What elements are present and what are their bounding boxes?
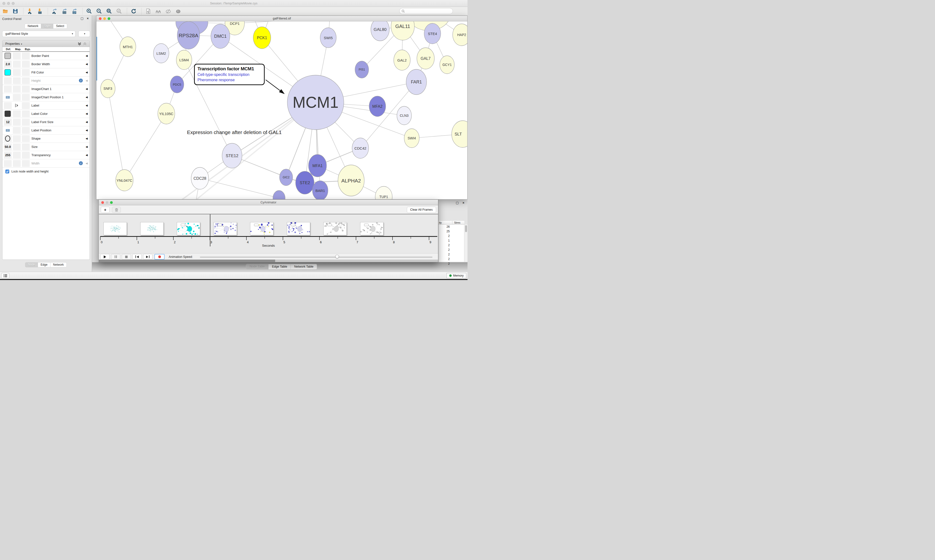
map-cell[interactable] <box>13 119 21 126</box>
def-cell[interactable]: 12 <box>4 119 12 126</box>
cyanimator-titlebar[interactable]: CyAnimator <box>99 200 438 205</box>
close-panel-icon[interactable]: × <box>462 201 464 205</box>
network-node-swi5[interactable]: SWI5 <box>320 28 336 48</box>
network-node-cln3[interactable]: CLN3 <box>397 106 412 125</box>
network-node-gcy1[interactable]: GCY1 <box>440 56 454 74</box>
annotation-link-1[interactable]: Cell-type-specific transcription <box>197 72 261 77</box>
zoom-in-button[interactable] <box>85 8 94 15</box>
network-node-swi4[interactable]: SWI4 <box>404 129 419 148</box>
zoom-selected-button[interactable] <box>115 8 123 15</box>
byp-cell[interactable] <box>22 52 30 59</box>
network-node-cdc28[interactable]: CDC28 <box>191 168 209 189</box>
network-node-snf3[interactable]: SNF3 <box>100 79 115 98</box>
map-cell[interactable] <box>13 61 21 68</box>
tab-select[interactable]: Select <box>53 24 67 29</box>
expand-row-icon[interactable]: ◀ <box>86 145 88 148</box>
show-panel-list-button[interactable] <box>1 273 9 278</box>
mcm1-annotation[interactable]: Transcription factor MCM1 Cell-type-spec… <box>194 64 265 85</box>
show-details-button[interactable] <box>174 8 183 15</box>
info-icon[interactable]: i <box>79 78 83 83</box>
expand-row-icon[interactable]: ◀ <box>86 154 88 157</box>
property-row-transparency[interactable]: 255Transparency◀ <box>2 151 89 159</box>
network-node-pdc5[interactable]: PDC5 <box>170 76 184 93</box>
search-field[interactable] <box>399 8 453 14</box>
network-node-rps28a[interactable]: RPS28A <box>177 22 200 49</box>
scrollbar-thumb[interactable] <box>99 260 275 262</box>
network-node-ste2[interactable]: STE2 <box>296 171 314 194</box>
byp-cell[interactable] <box>22 69 30 76</box>
animation-speed-slider[interactable] <box>200 257 432 258</box>
expand-row-icon[interactable]: ◀ <box>86 71 88 74</box>
map-cell[interactable] <box>13 102 21 109</box>
cyanimator-timeline[interactable]: 0123456789 Seconds <box>99 214 438 253</box>
expand-row-icon[interactable]: ◀ <box>86 63 88 66</box>
def-cell[interactable] <box>4 111 12 117</box>
scrollbar-thumb[interactable] <box>465 225 467 232</box>
network-caption[interactable]: Expression change after deletion of GAL1 <box>187 129 282 135</box>
export-table-button[interactable] <box>60 8 69 15</box>
network-node-bar1[interactable]: BAR1 <box>312 181 328 199</box>
overview-button[interactable] <box>154 8 163 15</box>
tab-node[interactable]: Node <box>25 262 38 267</box>
byp-cell[interactable] <box>22 152 30 158</box>
tab-style[interactable]: Style <box>41 24 53 29</box>
expand-row-icon[interactable]: ◀ <box>86 87 88 91</box>
network-node-slt[interactable]: SLT <box>452 121 467 148</box>
expand-row-icon[interactable]: ◀ <box>86 54 88 57</box>
property-row-label-font-size[interactable]: 12Label Font Size◀ <box>2 118 89 126</box>
add-frame-button[interactable]: + <box>101 207 110 213</box>
float-panel-icon[interactable]: ▢ <box>80 17 83 20</box>
network-node-gal2[interactable]: GAL2 <box>394 50 410 70</box>
byp-cell[interactable] <box>22 111 30 117</box>
def-cell[interactable] <box>4 69 12 76</box>
map-cell[interactable] <box>13 135 21 142</box>
tab-network-table[interactable]: Network Table <box>291 264 317 269</box>
def-cell[interactable] <box>4 86 12 92</box>
slider-thumb[interactable] <box>335 255 339 258</box>
map-cell[interactable] <box>13 111 21 117</box>
expand-row-icon[interactable]: ◀ <box>86 104 88 107</box>
property-row-border-width[interactable]: 2.0Border Width◀ <box>2 60 89 68</box>
def-cell[interactable] <box>4 160 12 167</box>
stop-button[interactable] <box>122 254 131 260</box>
expand-row-icon[interactable]: ◀ <box>86 120 88 123</box>
style-options-button[interactable]: ▾ <box>79 31 90 37</box>
open-session-button[interactable] <box>1 8 10 15</box>
property-row-image-chart-1[interactable]: Image/Chart 1◀ <box>2 85 89 93</box>
timeline-scrollbar[interactable] <box>99 260 438 262</box>
network-node-far1[interactable]: FAR1 <box>406 69 427 95</box>
property-row-height[interactable]: Heighti◀ <box>2 77 89 85</box>
import-network-button[interactable] <box>26 8 34 15</box>
tab-network[interactable]: Network <box>50 262 67 267</box>
search-input[interactable] <box>406 9 451 13</box>
map-cell[interactable] <box>13 160 21 167</box>
network-node-mfa2[interactable]: MFA2 <box>369 96 386 117</box>
expand-row-icon[interactable]: ◀ <box>86 112 88 115</box>
network-node-ynl047c[interactable]: YNL047C <box>116 169 133 191</box>
byp-cell[interactable] <box>22 102 30 109</box>
style-dropdown[interactable]: galFiltered Style ▾ <box>2 31 76 37</box>
play-button[interactable] <box>100 254 110 260</box>
network-node-ste4[interactable]: STE4 <box>424 23 441 44</box>
save-session-button[interactable] <box>11 8 20 15</box>
network-node-mfa1[interactable]: MFA1 <box>309 154 327 177</box>
zoom-fit-button[interactable] <box>105 8 113 15</box>
map-cell[interactable] <box>13 86 21 92</box>
playhead[interactable] <box>210 214 210 246</box>
property-row-label[interactable]: Label◀ <box>2 102 89 110</box>
expand-row-icon[interactable]: ◀ <box>86 129 88 132</box>
byp-cell[interactable] <box>22 135 30 142</box>
float-panel-icon[interactable]: ▢ <box>456 201 459 205</box>
byp-cell[interactable] <box>22 94 30 101</box>
refresh-button[interactable] <box>129 8 138 15</box>
tab-edge[interactable]: Edge <box>38 262 50 267</box>
network-node-yil105c[interactable]: YIL105C <box>158 103 175 124</box>
network-node-gal11[interactable]: GAL11 <box>391 22 414 40</box>
close-panel-icon[interactable]: × <box>87 17 89 20</box>
collapse-all-icon[interactable] <box>83 42 87 46</box>
network-window-titlebar[interactable]: galFiltered.sif <box>96 16 467 22</box>
network-node-lsm2[interactable]: LSM2 <box>153 43 169 63</box>
annotation-link-2[interactable]: Pheromone response <box>197 78 261 82</box>
map-cell[interactable] <box>13 127 21 134</box>
expand-row-icon[interactable]: ◀ <box>86 162 88 165</box>
